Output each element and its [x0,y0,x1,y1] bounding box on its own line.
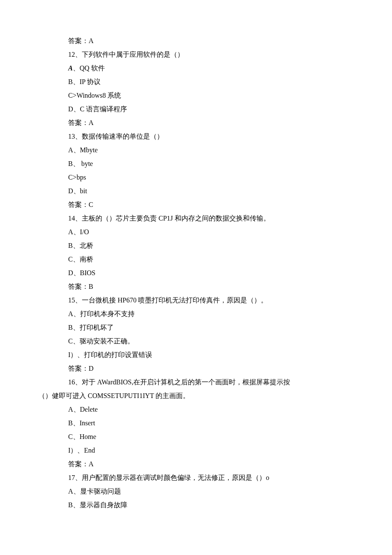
text-line: C、Home [38,430,354,444]
text-line: I）、End [38,444,354,457]
text-line: 答案：B [38,280,354,293]
text-line: A、显卡驱动问题 [38,485,354,498]
text-line: 12、下列软件中属于应用软件的是（） [38,48,354,61]
text-line: C>bps [38,171,354,184]
text-line: A、I/O [38,225,354,239]
document-page: 答案：A12、下列软件中属于应用软件的是（）A、QQ 软件B、IP 协议C>Wi… [0,0,392,555]
text-line: 16、对于 AWardBIOS,在开启计算机之后的第一个画面时，根据屏幕提示按 [38,375,354,389]
text-line: （）健即可进入 COMSSETUPUTI1IYT 的主画面。 [38,389,354,403]
text-line: 答案：A [38,34,354,48]
text-line: D、BIOS [38,266,354,280]
text-line: A、Mbyte [38,143,354,157]
text-line: C>Windows8 系统 [38,89,354,102]
text-line: B、显示器自身故障 [38,498,354,512]
text-line: D、bit [38,184,354,198]
text-line: B、Insert [38,416,354,430]
text-line: 14、主板的（）芯片主要负责 CP1J 和内存之间的数据交换和传输。 [38,212,354,225]
text-line: B、打印机坏了 [38,321,354,334]
text-line: B、IP 协议 [38,75,354,89]
text-line: 15、一台微机接 HP670 喷墨打印机无法打印传真件，原因是（）。 [38,293,354,307]
text-line: I）、打印机的打印设置错误 [38,348,354,362]
text-line: A、Delete [38,403,354,416]
text-line: 答案：A [38,116,354,130]
document-content: 答案：A12、下列软件中属于应用软件的是（）A、QQ 软件B、IP 协议C>Wi… [38,34,354,512]
text-line: 答案：D [38,362,354,375]
text-line: C、驱动安装不正确。 [38,334,354,348]
text-line: D、C 语言编译程序 [38,102,354,116]
text-line: 13、数据传输速率的单位是（） [38,130,354,143]
text-line: B、 byte [38,157,354,171]
text-line: C、南桥 [38,253,354,266]
text-line: 17、用户配置的显示器在调试时颜色偏绿，无法修正，原因是（）o [38,471,354,485]
text-line: A、QQ 软件 [38,61,354,75]
text-line: 答案：C [38,198,354,212]
text-line: 答案：A [38,457,354,471]
text-line: B、北桥 [38,239,354,253]
text-line: A、打印机本身不支持 [38,307,354,321]
